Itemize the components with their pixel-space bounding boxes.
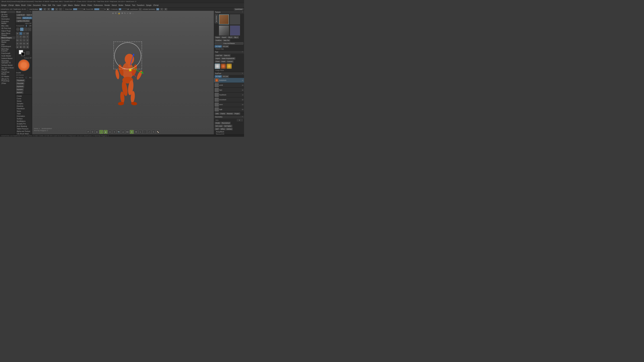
geometry-header[interactable]: Geometry ▼	[214, 116, 244, 118]
arraymesh-item[interactable]: ArrayMesh	[215, 130, 244, 133]
alpha-texture-item[interactable]: Alpha and Texture	[16, 130, 32, 132]
light-bottom-icon[interactable]: ☀	[112, 130, 116, 134]
subtool-alllow-button[interactable]: AII Low	[222, 75, 229, 78]
toolbar-menu-file[interactable]: File	[52, 4, 56, 6]
local-button[interactable]: L	[55, 8, 58, 10]
subtool-item-6[interactable]: legB 88	[214, 107, 244, 112]
save-as-button[interactable]: Save As	[26, 14, 32, 16]
smooth-tool-icon[interactable]: Sm	[23, 35, 26, 38]
zplugin-header[interactable]: Zplugin	[0, 11, 15, 14]
toolbar-menu-light[interactable]: Light	[62, 4, 67, 6]
elasticity-item[interactable]: Elasticity	[16, 105, 32, 108]
symmetry-circle-icon[interactable]: ↔	[16, 28, 20, 31]
toolbar-menu-brush[interactable]: Brush	[21, 4, 26, 6]
load-tool-button[interactable]: Load Tool	[215, 54, 223, 57]
grid-icon[interactable]: ⊹	[100, 130, 103, 134]
sidebar-item-scale[interactable]: Scale Master	[0, 55, 15, 57]
twist-item[interactable]: Twist	[16, 112, 32, 115]
texture-flipv-button[interactable]: Flip V	[233, 36, 239, 38]
texture-preview-4[interactable]	[230, 26, 240, 36]
material-swatch-3[interactable]	[226, 64, 232, 69]
ch-opacity-slider[interactable]	[26, 76, 27, 78]
frame-button[interactable]: □	[59, 8, 62, 10]
tool-header[interactable]: Tool ▼	[214, 50, 244, 54]
brush-panel-header[interactable]: Brush ▼	[16, 11, 32, 14]
camera-icon-btn[interactable]: ▶	[106, 8, 110, 10]
flatten-tool-icon[interactable]: F	[26, 35, 29, 38]
sidebar-item-multimap[interactable]: Multi Map Exporter	[0, 48, 15, 52]
gizmo-bottom-icon[interactable]: ✚	[130, 130, 134, 134]
nudge-tool-icon[interactable]: N	[19, 39, 22, 42]
material-swatch-2[interactable]	[220, 64, 226, 69]
brush-preview-small[interactable]	[26, 51, 30, 55]
texture-off-button[interactable]: Texture Off	[215, 14, 218, 23]
subtool-item-2[interactable]: legA 88	[214, 88, 244, 92]
scale-bottom-icon[interactable]: ⤢	[147, 130, 151, 134]
canvas-frame-icon[interactable]: ⊞	[130, 12, 131, 14]
rotate-bottom-icon[interactable]: ↻	[152, 130, 156, 134]
texture-preview-2[interactable]	[230, 14, 240, 24]
zadd-icon[interactable]: +	[20, 28, 24, 31]
canvas-move-icon[interactable]: ✥	[121, 12, 123, 14]
toolbar-menu-layer[interactable]: Layer	[56, 4, 62, 6]
sidebar-item-decimation[interactable]: Decimation	[0, 18, 15, 20]
sidebar-item-blend-shapes[interactable]: Blend Shapes	[0, 36, 15, 39]
chisel-tool-icon[interactable]: Ch	[19, 42, 22, 45]
project-button[interactable]: Project	[234, 112, 240, 115]
sidebar-item-surface[interactable]: Surface Master	[0, 64, 15, 66]
clay-tool-icon[interactable]: C	[23, 32, 26, 35]
toolbar-menu-document[interactable]: Document	[32, 4, 41, 6]
sidebar-item-fbx[interactable]: FBX ExportImport	[0, 44, 15, 48]
subtool-item-1[interactable]: armB 88	[214, 83, 244, 88]
toolbar-menu-edit[interactable]: Edit	[48, 4, 51, 6]
symmetry-y-button[interactable]: Y	[160, 8, 163, 10]
background-color[interactable]	[21, 52, 25, 56]
canvas-rotate-icon[interactable]: ↻	[124, 12, 126, 14]
solo-button[interactable]: Solo	[215, 112, 220, 115]
subtool-item-0[interactable]: BodyMesh 88	[214, 78, 244, 83]
toolbar-menu-preferences[interactable]: Preferences	[93, 4, 103, 6]
canvas-lock-icon[interactable]: 🔒	[118, 12, 120, 14]
texture-fliph-button[interactable]: Flip H	[228, 36, 233, 38]
focal-shift-slider[interactable]	[94, 8, 104, 10]
floor-button[interactable]: F	[51, 8, 54, 10]
toolbar-menu-tool[interactable]: Tool	[132, 4, 136, 6]
clone-tool-button[interactable]: Clone	[215, 60, 220, 63]
grabdoc-button[interactable]: GrabDoc	[215, 39, 222, 42]
camera-bottom-icon[interactable]: 📷	[117, 130, 120, 134]
smt-button[interactable]: SMT	[215, 128, 220, 130]
canvas-scale-icon[interactable]: ⤢	[127, 12, 128, 14]
move-tool-icon[interactable]: M	[16, 32, 19, 35]
draw-size-slider[interactable]	[73, 8, 83, 10]
aa-icon[interactable]: AA	[126, 130, 129, 134]
mres-button[interactable]: MRes	[220, 128, 226, 130]
toolbar-menu-alpha[interactable]: Alpha	[15, 4, 20, 6]
noise-item[interactable]: Noise	[16, 110, 32, 112]
canvas-dots-icon[interactable]: …	[132, 12, 134, 14]
toolbar-menu-movie[interactable]: Movie	[81, 4, 86, 6]
spline-brush-button[interactable]: SplineBrush	[22, 17, 32, 19]
import-tool-button[interactable]: Import	[215, 57, 221, 60]
sidebar-item-sketchfab[interactable]: Sketchfab Uploader V3	[0, 60, 15, 64]
thourmesh-button[interactable]: ThouMesh	[16, 79, 25, 82]
fibermesh-item[interactable]: FiberMesh	[16, 108, 32, 110]
persp-icon[interactable]: P	[86, 130, 90, 134]
del-lower-button[interactable]: Del Lower	[215, 125, 223, 127]
toolbar-menu-stencil[interactable]: Stencil	[111, 4, 117, 6]
floor-bottom-icon[interactable]: ▣	[104, 130, 108, 134]
transparent-slider[interactable]	[26, 25, 27, 27]
toolbar-menu-zscript[interactable]: ZScript	[8, 4, 14, 6]
sidebar-item-maya-blend[interactable]: Maya Blend Shapes	[0, 32, 15, 36]
lightbox-button[interactable]: Lightbox>Brushes	[16, 20, 30, 22]
tablet-pressure-item[interactable]: Tablet Pressure	[16, 128, 32, 130]
texture-preview-3[interactable]	[219, 26, 229, 36]
all-low-button[interactable]: AII Low	[222, 45, 229, 48]
makepolymesh-button[interactable]: Make PolyMesh3D	[221, 57, 236, 60]
orientation-item[interactable]: Orientation	[16, 115, 32, 118]
crop-resize-button[interactable]: Crop And Resize	[215, 42, 244, 44]
sidebar-item-subtool[interactable]: Subtool Master	[0, 57, 15, 60]
inflate-tool-icon[interactable]: I	[16, 35, 19, 38]
claybuildup-tool-icon[interactable]: CB	[26, 32, 29, 35]
sidebar-item-misc[interactable]: Misc Utils	[0, 25, 15, 27]
auto-masking-item[interactable]: Auto Masking	[16, 125, 32, 128]
